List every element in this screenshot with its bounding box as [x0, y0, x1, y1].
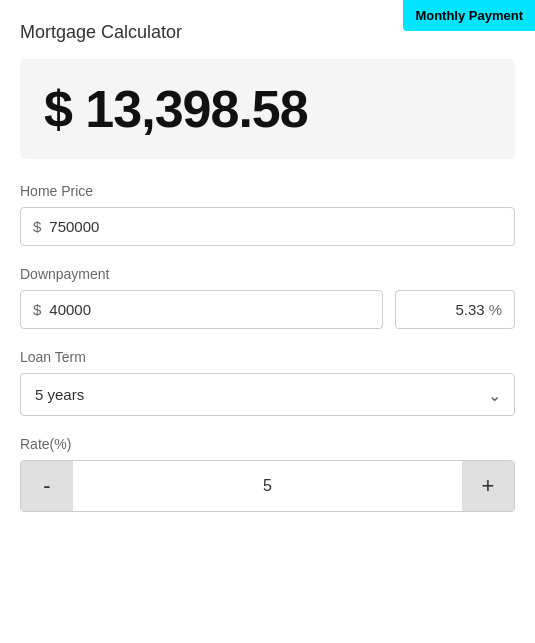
rate-value-input[interactable]	[73, 465, 462, 507]
loan-term-section: Loan Term 1 year 2 years 3 years 4 years…	[20, 349, 515, 416]
downpayment-section: Downpayment $ %	[20, 266, 515, 329]
downpayment-row: $ %	[20, 290, 515, 329]
monthly-payment-badge: Monthly Payment	[403, 0, 535, 31]
loan-term-select[interactable]: 1 year 2 years 3 years 4 years 5 years 1…	[20, 373, 515, 416]
downpayment-percent-input[interactable]	[425, 301, 485, 318]
home-price-label: Home Price	[20, 183, 515, 199]
percent-symbol: %	[489, 301, 502, 318]
rate-stepper-row: - +	[20, 460, 515, 512]
downpayment-percent-wrapper: %	[395, 290, 515, 329]
rate-label: Rate(%)	[20, 436, 515, 452]
rate-section: Rate(%) - +	[20, 436, 515, 512]
downpayment-input-wrapper: $	[20, 290, 383, 329]
downpayment-label: Downpayment	[20, 266, 515, 282]
rate-minus-button[interactable]: -	[21, 461, 73, 511]
loan-term-select-wrapper: 1 year 2 years 3 years 4 years 5 years 1…	[20, 373, 515, 416]
home-price-section: Home Price $	[20, 183, 515, 246]
downpayment-currency-symbol: $	[33, 301, 41, 318]
monthly-payment-amount: $ 13,398.58	[44, 79, 491, 139]
home-price-currency-symbol: $	[33, 218, 41, 235]
home-price-input-wrapper: $	[20, 207, 515, 246]
loan-term-label: Loan Term	[20, 349, 515, 365]
rate-plus-button[interactable]: +	[462, 461, 514, 511]
downpayment-input[interactable]	[49, 301, 370, 318]
home-price-input[interactable]	[49, 218, 502, 235]
result-box: $ 13,398.58	[20, 59, 515, 159]
